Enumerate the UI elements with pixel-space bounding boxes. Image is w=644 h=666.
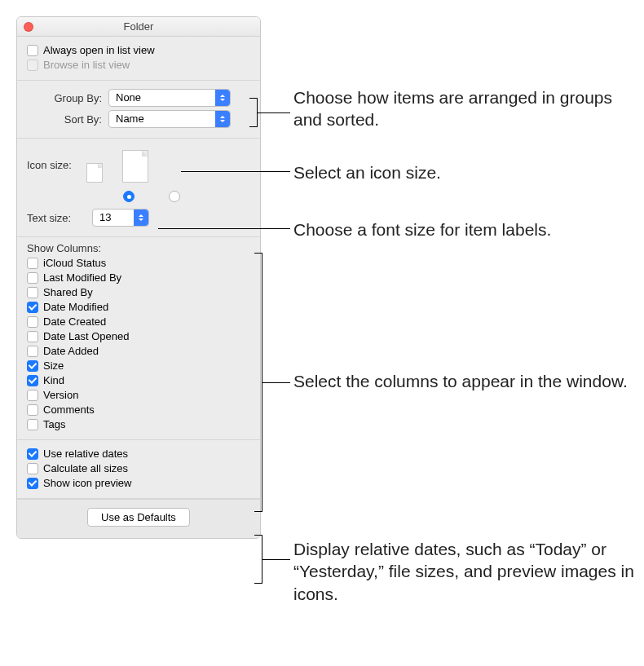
checkbox-icon (27, 60, 38, 71)
icon-preview-checkbox[interactable]: Show icon preview (27, 477, 250, 489)
column-label: Tags (43, 418, 65, 430)
callout-arrange: Choose how items are arranged in groups … (293, 86, 636, 131)
callout-bottom: Display relative dates, such as “Today” … (293, 538, 636, 605)
column-label: Last Modified By (43, 271, 121, 284)
checkbox-icon (27, 331, 38, 342)
callout-bracket (254, 253, 262, 512)
column-label: Size (43, 359, 64, 372)
column-label: Shared By (43, 286, 93, 298)
column-label: iCloud Status (43, 257, 106, 269)
callout-line (258, 112, 290, 113)
column-checkbox[interactable]: Date Modified (27, 301, 250, 313)
column-checkbox[interactable]: Size (27, 359, 250, 372)
callouts: Choose how items are arranged in groups … (261, 16, 628, 539)
column-checkbox[interactable]: Version (27, 389, 250, 401)
column-label: Date Last Opened (43, 330, 130, 342)
checkbox-icon (27, 272, 38, 284)
sort-by-label: Sort By: (27, 113, 108, 126)
use-as-defaults-label: Use as Defaults (101, 511, 176, 523)
text-size-label: Text size: (27, 212, 92, 224)
icon-size-large-radio[interactable] (169, 191, 180, 202)
checkbox-icon (27, 448, 38, 460)
column-checkbox[interactable]: Comments (27, 404, 250, 416)
checkbox-icon (27, 463, 38, 474)
checkbox-icon (27, 360, 38, 372)
titlebar: Folder (17, 17, 260, 37)
callout-text: Choose a font size for item labels. (293, 218, 636, 240)
section-open-mode: Always open in list view Browse in list … (17, 37, 260, 81)
callout-columns: Select the columns to appear in the wind… (293, 370, 636, 392)
checkbox-icon (27, 478, 38, 489)
icon-size-label: Icon size: (27, 159, 77, 171)
footer: Use as Defaults (17, 499, 260, 538)
file-icon (122, 150, 148, 183)
checkbox-icon (27, 258, 38, 269)
column-checkbox[interactable]: Date Last Opened (27, 330, 250, 342)
icon-size-options (77, 147, 148, 183)
checkbox-icon (27, 316, 38, 328)
checkbox-icon (27, 375, 38, 386)
column-label: Kind (43, 374, 64, 386)
always-open-label: Always open in list view (43, 44, 155, 56)
callout-line (181, 171, 290, 172)
checkbox-icon (27, 287, 38, 298)
column-checkbox[interactable]: Shared By (27, 286, 250, 298)
window-title: Folder (124, 20, 154, 33)
group-by-select[interactable]: None (108, 89, 231, 107)
column-label: Date Added (43, 345, 99, 357)
checkbox-icon (27, 419, 38, 430)
callout-line (262, 382, 290, 383)
calc-sizes-label: Calculate all sizes (43, 462, 128, 474)
section-columns: Show Columns: iCloud StatusLast Modified… (17, 237, 260, 440)
callout-line (262, 559, 290, 560)
chevron-updown-icon (215, 111, 230, 127)
relative-dates-label: Use relative dates (43, 448, 128, 460)
chevron-updown-icon (134, 210, 148, 226)
browse-checkbox: Browse in list view (27, 59, 250, 71)
checkbox-icon (27, 346, 38, 357)
column-checkbox[interactable]: Date Created (27, 315, 250, 328)
always-open-checkbox[interactable]: Always open in list view (27, 44, 250, 56)
column-checkbox[interactable]: Date Added (27, 345, 250, 357)
text-size-select[interactable]: 13 (92, 209, 149, 227)
relative-dates-checkbox[interactable]: Use relative dates (27, 448, 250, 460)
column-checkbox[interactable]: iCloud Status (27, 257, 250, 269)
checkbox-icon (27, 302, 38, 313)
browse-label: Browse in list view (43, 59, 130, 71)
column-checkbox[interactable]: Kind (27, 374, 250, 386)
view-options-panel: Folder Always open in list view Browse i… (16, 16, 261, 539)
sort-by-select[interactable]: Name (108, 110, 231, 128)
sort-by-value: Name (116, 112, 144, 125)
section-arrange: Group By: None Sort By: Name (17, 81, 260, 139)
callout-line (158, 228, 290, 229)
columns-list: iCloud StatusLast Modified ByShared ByDa… (27, 257, 250, 430)
callout-bracket (249, 98, 258, 127)
icon-size-small-radio[interactable] (123, 191, 135, 202)
group-by-label: Group By: (27, 92, 108, 104)
show-columns-label: Show Columns: (27, 242, 250, 254)
text-size-value: 13 (99, 211, 111, 223)
column-label: Date Created (43, 315, 106, 328)
chevron-updown-icon (215, 90, 230, 106)
group-by-value: None (116, 91, 141, 104)
use-as-defaults-button[interactable]: Use as Defaults (87, 508, 190, 527)
section-icon-text: Icon size: Text size: 13 (17, 139, 260, 237)
callout-icon: Select an icon size. (293, 161, 636, 183)
close-icon[interactable] (24, 22, 33, 32)
icon-preview-label: Show icon preview (43, 477, 131, 489)
column-label: Date Modified (43, 301, 108, 313)
column-checkbox[interactable]: Tags (27, 418, 250, 430)
checkbox-icon (27, 390, 38, 401)
file-icon (86, 163, 103, 183)
checkbox-icon (27, 45, 38, 56)
section-bottom-options: Use relative dates Calculate all sizes S… (17, 440, 260, 499)
column-label: Version (43, 389, 78, 401)
column-label: Comments (43, 404, 95, 416)
callout-bracket (254, 535, 262, 584)
calc-sizes-checkbox[interactable]: Calculate all sizes (27, 462, 250, 474)
column-checkbox[interactable]: Last Modified By (27, 271, 250, 284)
checkbox-icon (27, 404, 38, 416)
